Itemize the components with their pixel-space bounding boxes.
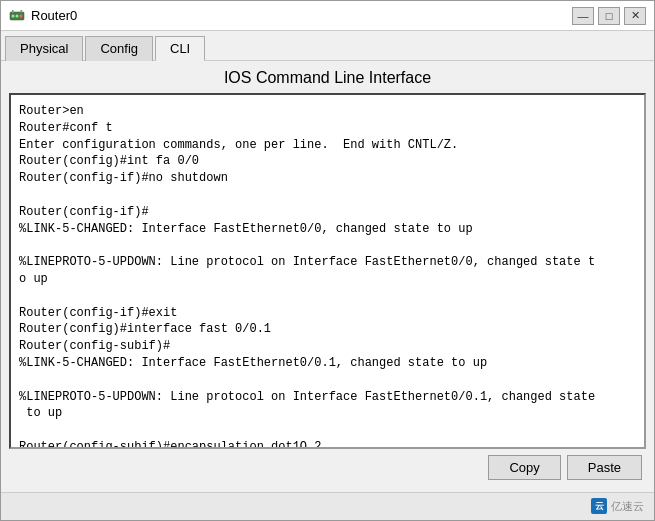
copy-button[interactable]: Copy (488, 455, 560, 480)
title-controls: — □ ✕ (572, 7, 646, 25)
svg-point-3 (20, 14, 23, 17)
svg-point-2 (16, 14, 19, 17)
watermark-logo: 云 (591, 498, 607, 514)
tab-bar: Physical Config CLI (1, 31, 654, 61)
title-bar-left: Router0 (9, 8, 77, 24)
router-icon (9, 8, 25, 24)
paste-button[interactable]: Paste (567, 455, 642, 480)
watermark-text: 亿速云 (611, 499, 644, 514)
tab-config[interactable]: Config (85, 36, 153, 61)
close-button[interactable]: ✕ (624, 7, 646, 25)
main-content: Router>en Router#conf t Enter configurat… (1, 93, 654, 492)
window-title: Router0 (31, 8, 77, 23)
terminal-output[interactable]: Router>en Router#conf t Enter configurat… (11, 95, 644, 447)
bottom-bar: 云 亿速云 (1, 492, 654, 520)
svg-point-1 (12, 14, 15, 17)
svg-rect-4 (12, 10, 14, 13)
maximize-button[interactable]: □ (598, 7, 620, 25)
watermark: 云 亿速云 (591, 498, 644, 514)
main-window: Router0 — □ ✕ Physical Config CLI IOS Co… (0, 0, 655, 521)
terminal-container: Router>en Router#conf t Enter configurat… (9, 93, 646, 449)
title-bar: Router0 — □ ✕ (1, 1, 654, 31)
minimize-button[interactable]: — (572, 7, 594, 25)
tab-cli[interactable]: CLI (155, 36, 205, 61)
button-bar: Copy Paste (9, 449, 646, 484)
page-title: IOS Command Line Interface (1, 61, 654, 93)
svg-rect-5 (21, 10, 23, 13)
tab-physical[interactable]: Physical (5, 36, 83, 61)
